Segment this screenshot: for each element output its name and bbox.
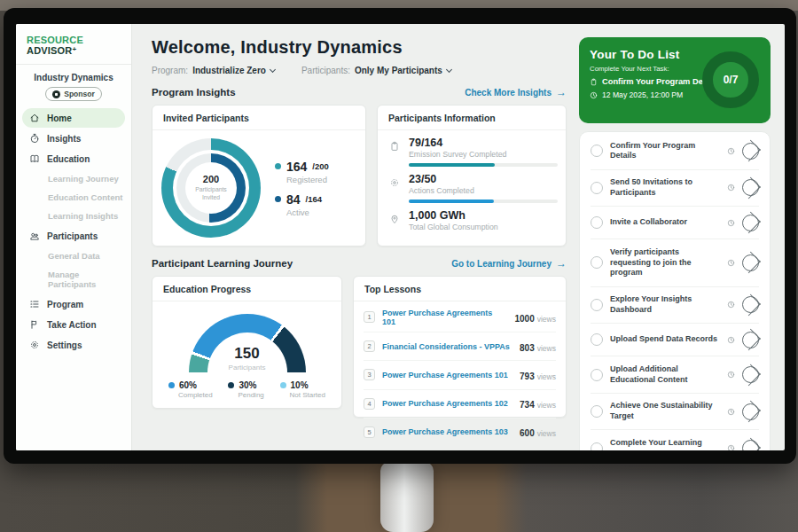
- task-row-verify-participants[interactable]: Verify participants requesting to join t…: [591, 239, 759, 286]
- sidebar-item-label: Participants: [47, 231, 98, 241]
- insights-icon: [29, 133, 40, 144]
- logo-text-primary: RESOURCE: [27, 35, 83, 45]
- task-checkbox[interactable]: [591, 216, 603, 229]
- legend-item-active: 84/164 Active: [275, 192, 329, 217]
- link-label: Check More Insights: [465, 88, 552, 98]
- chevron-right-icon: [739, 401, 761, 423]
- participants-filter-label: Participants:: [301, 66, 350, 75]
- task-checkbox[interactable]: [591, 182, 603, 194]
- section-title: Participant Learning Journey: [152, 258, 293, 269]
- donut-center-label: Participants Invited: [189, 186, 233, 202]
- task-open-button[interactable]: [742, 215, 759, 231]
- task-open-button[interactable]: [742, 332, 759, 348]
- task-label: Upload Spend Data Records: [610, 334, 720, 345]
- legend-dot: [280, 382, 286, 388]
- task-checkbox[interactable]: [591, 256, 603, 269]
- sidebar-item-insights[interactable]: Insights: [16, 129, 131, 148]
- task-open-button[interactable]: [742, 440, 759, 450]
- link-label: Go to Learning Journey: [451, 259, 552, 269]
- progress-bar: [409, 200, 558, 203]
- gauge-center-value: 150: [207, 345, 287, 363]
- task-checkbox[interactable]: [591, 442, 603, 450]
- task-row-send-invitations[interactable]: Send 50 Invitations to Participants: [591, 170, 759, 207]
- lesson-views: 803: [520, 343, 535, 353]
- sidebar-item-learning-insights[interactable]: Learning Insights: [16, 207, 131, 225]
- task-checkbox[interactable]: [591, 405, 603, 418]
- task-label: Send 50 Invitations to Participants: [610, 177, 720, 198]
- task-row-invite-collaborator[interactable]: Invite a Collaborator: [591, 207, 759, 239]
- task-row-explore-insights[interactable]: Explore Your Insights Dashboard: [591, 287, 759, 325]
- task-checkbox[interactable]: [591, 333, 603, 346]
- task-open-button[interactable]: [742, 403, 759, 420]
- sidebar-item-label: Insights: [47, 134, 81, 144]
- legend-label: Registered: [286, 175, 329, 184]
- legend-value: 10%: [291, 380, 309, 390]
- sidebar-item-participants[interactable]: Participants: [16, 226, 131, 246]
- todo-summary-card: Your To Do List Complete Your Next Task:…: [579, 37, 771, 123]
- sidebar-item-manage-participants[interactable]: Manage Participants: [16, 265, 131, 293]
- clock-icon: [727, 444, 735, 450]
- sidebar-item-take-action[interactable]: Take Action: [16, 315, 131, 334]
- lesson-link[interactable]: Power Purchase Agreements 101: [382, 371, 512, 379]
- clock-icon: [727, 147, 735, 155]
- lesson-link[interactable]: Power Purchase Agreements 103: [382, 427, 512, 436]
- task-row-upload-spend-data[interactable]: Upload Spend Data Records: [591, 324, 759, 356]
- legend-value: 30%: [239, 380, 256, 390]
- sidebar-item-education[interactable]: Education: [16, 149, 131, 168]
- task-open-button[interactable]: [742, 143, 759, 160]
- clock-icon: [727, 371, 735, 379]
- lesson-views: 793: [520, 372, 535, 381]
- task-checkbox[interactable]: [591, 299, 603, 311]
- lesson-link[interactable]: Financial Considerations - VPPAs: [382, 342, 512, 351]
- lesson-rank: 3: [364, 369, 375, 380]
- lesson-views: 600: [520, 428, 535, 438]
- task-open-button[interactable]: [742, 296, 759, 313]
- take-action-icon: [29, 319, 40, 330]
- clock-icon: [590, 91, 598, 99]
- legend-item-registered: 164/200 Registered: [275, 160, 329, 184]
- task-checkbox[interactable]: [591, 369, 603, 381]
- task-open-button[interactable]: [742, 179, 759, 196]
- sidebar-item-home[interactable]: Home: [22, 108, 125, 128]
- legend-label: Not Started: [290, 391, 325, 399]
- lesson-link[interactable]: Power Purchase Agreements 101: [382, 309, 507, 326]
- arrow-right-icon: →: [556, 87, 567, 98]
- program-filter-label: Program:: [152, 66, 188, 75]
- sidebar-item-program[interactable]: Program: [16, 294, 131, 314]
- monitor-bezel: RESOURCE ADVISOR+ Industry Dynamics Spon…: [4, 8, 796, 464]
- logo-text-secondary: ADVISOR: [27, 45, 73, 56]
- card-title: Education Progress: [153, 277, 341, 301]
- program-filter-dropdown[interactable]: Program: Industrialize Zero: [152, 66, 275, 75]
- org-name: Industry Dynamics: [16, 73, 131, 82]
- lesson-views: 1000: [514, 314, 534, 324]
- task-row-upload-educational-content[interactable]: Upload Additional Educational Content: [591, 356, 759, 394]
- task-checkbox[interactable]: [591, 145, 603, 157]
- sponsor-icon: [52, 90, 60, 98]
- clock-icon: [727, 219, 735, 227]
- task-row-achieve-sustainability-target[interactable]: Achieve One Sustainability Target: [591, 394, 759, 431]
- participants-filter-dropdown[interactable]: Participants: Only My Participants: [301, 66, 451, 75]
- sidebar-item-education-content[interactable]: Education Content: [16, 188, 131, 207]
- sidebar-item-general-data[interactable]: General Data: [16, 246, 131, 265]
- filter-bar: Program: Industrialize Zero Participants…: [152, 66, 567, 75]
- go-to-learning-journey-link[interactable]: Go to Learning Journey →: [451, 258, 567, 269]
- lesson-link[interactable]: Power Purchase Agreements 102: [382, 399, 512, 408]
- metric-value: 1,000 GWh: [409, 209, 498, 222]
- task-row-complete-learning-journey[interactable]: Complete Your Learning Journey: [591, 430, 759, 450]
- task-open-button[interactable]: [742, 254, 759, 271]
- lesson-rank: 4: [364, 398, 375, 410]
- sponsor-badge[interactable]: Sponsor: [45, 87, 102, 101]
- sidebar-nav: Home Insights Education Learning Journey…: [16, 108, 131, 355]
- legend-dot: [168, 382, 175, 388]
- sidebar-item-learning-journey[interactable]: Learning Journey: [16, 169, 131, 188]
- task-open-button[interactable]: [742, 366, 759, 383]
- todo-tasks-card: Confirm Your Program Details Send 50 Inv…: [579, 131, 771, 450]
- chevron-right-icon: [739, 437, 761, 450]
- card-title: Top Lessons: [354, 277, 566, 301]
- sidebar-item-settings[interactable]: Settings: [16, 335, 131, 355]
- lesson-row: 4 Power Purchase Agreements 102 734views: [364, 390, 556, 419]
- check-more-insights-link[interactable]: Check More Insights →: [465, 87, 567, 98]
- chevron-right-icon: [739, 329, 761, 351]
- task-row-confirm-program[interactable]: Confirm Your Program Details: [591, 133, 759, 170]
- app-logo: RESOURCE ADVISOR+: [16, 24, 131, 65]
